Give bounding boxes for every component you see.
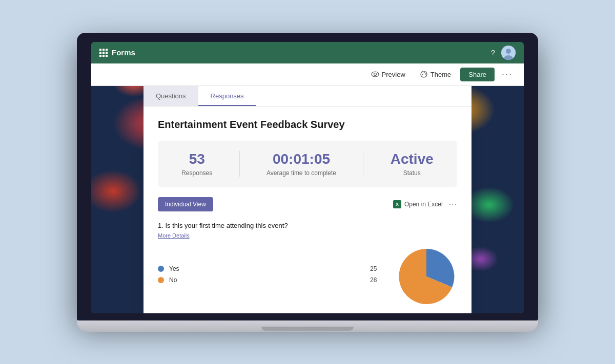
share-button[interactable]: Share: [460, 68, 495, 81]
stats-box: 53 Responses 00:01:05 Average time to co…: [158, 141, 457, 187]
stat-status-value: Active: [391, 151, 434, 167]
waffle-icon[interactable]: [99, 49, 108, 57]
logo-area: Forms: [99, 48, 135, 57]
top-bar: Forms ?: [91, 42, 524, 63]
avatar[interactable]: [501, 46, 516, 60]
svg-point-5: [421, 71, 427, 77]
theme-icon: [420, 70, 428, 78]
question-1-number: 1.: [158, 222, 165, 229]
answer-yes-count: 25: [370, 265, 380, 272]
stat-divider-2: [363, 151, 363, 177]
pie-chart-q1: [396, 246, 457, 307]
help-button[interactable]: ?: [487, 47, 499, 59]
laptop-foot: [261, 327, 354, 331]
stat-responses-label: Responses: [181, 169, 212, 177]
answer-yes-dot: [158, 266, 164, 272]
open-excel-label: Open in Excel: [404, 201, 443, 208]
open-excel-button[interactable]: X Open in Excel: [393, 200, 443, 208]
tab-bar: Questions Responses: [144, 86, 471, 106]
theme-label: Theme: [430, 71, 451, 78]
answer-no-label: No: [169, 276, 365, 284]
stat-responses: 53 Responses: [181, 151, 212, 177]
laptop-screen: Forms ?: [91, 42, 524, 313]
theme-button[interactable]: Theme: [415, 68, 456, 81]
preview-label: Preview: [382, 71, 405, 78]
preview-icon: [371, 70, 379, 78]
responses-more-button[interactable]: ···: [449, 200, 457, 209]
survey-title: Entertainment Event Feedback Survey: [158, 119, 457, 131]
tab-responses[interactable]: Responses: [198, 86, 256, 106]
svg-point-3: [372, 72, 379, 77]
stat-divider-1: [239, 151, 240, 177]
more-details-link-1[interactable]: More Details: [158, 232, 457, 239]
app-window: Forms ?: [91, 42, 524, 313]
stat-avgtime-value: 00:01:05: [266, 151, 336, 167]
answer-list-1: Yes 25 No 28: [158, 265, 380, 288]
stat-avgtime-label: Average time to complete: [266, 169, 336, 177]
screen-bezel: Forms ?: [77, 33, 538, 320]
svg-point-1: [506, 49, 511, 54]
top-bar-actions: ?: [487, 46, 516, 60]
more-options-button[interactable]: ···: [499, 67, 516, 82]
answer-yes-label: Yes: [169, 265, 365, 272]
answer-no-count: 28: [370, 276, 380, 284]
svg-point-4: [374, 73, 376, 76]
answer-yes: Yes 25: [158, 265, 380, 272]
answer-no-dot: [158, 277, 164, 283]
laptop-base: [77, 320, 538, 332]
tab-questions[interactable]: Questions: [144, 86, 198, 106]
question-1-block: 1. Is this your first time attending thi…: [158, 222, 457, 307]
stat-responses-value: 53: [181, 151, 212, 167]
stat-status: Active Status: [391, 151, 434, 177]
form-panel: Questions Responses Entertainment Event …: [144, 86, 471, 313]
preview-button[interactable]: Preview: [366, 68, 411, 81]
laptop-container: Forms ?: [77, 33, 538, 332]
app-name: Forms: [112, 48, 135, 57]
stat-avgtime: 00:01:05 Average time to complete: [266, 151, 336, 177]
excel-icon: X: [393, 200, 401, 208]
question-1-data: Yes 25 No 28: [158, 246, 457, 307]
view-controls: Individual View X Open in Excel ···: [158, 197, 457, 211]
toolbar: Preview Theme Share ···: [91, 63, 524, 86]
individual-view-button[interactable]: Individual View: [158, 197, 213, 211]
survey-content: Entertainment Event Feedback Survey 53 R…: [144, 106, 471, 313]
stat-status-label: Status: [391, 169, 434, 177]
answer-no: No 28: [158, 276, 380, 284]
content-area: Questions Responses Entertainment Event …: [91, 86, 524, 313]
question-1-text: 1. Is this your first time attending thi…: [158, 222, 457, 229]
